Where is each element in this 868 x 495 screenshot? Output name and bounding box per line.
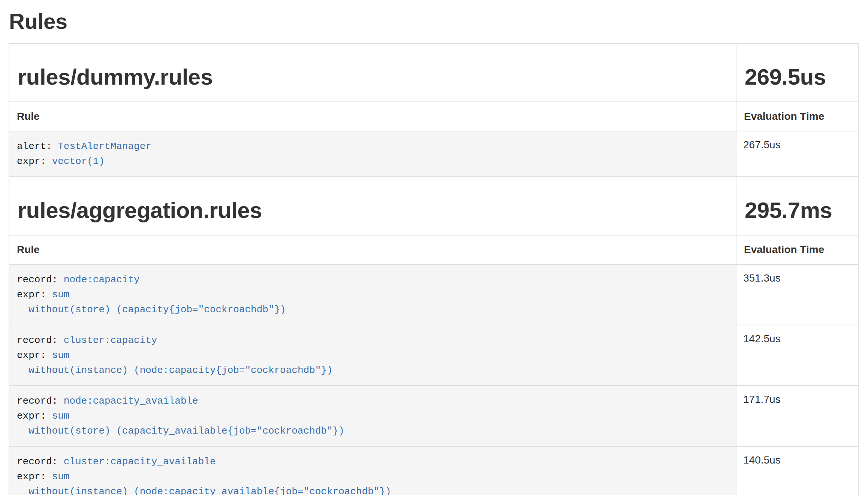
column-header-row: Rule Evaluation Time <box>9 235 858 264</box>
rule-group-evaluation-time: 269.5us <box>745 65 850 89</box>
rule-definition: record: node:capacity expr: sum without(… <box>17 272 728 317</box>
rule-name-link[interactable]: cluster:capacity_available <box>64 456 216 467</box>
rule-definition: alert: TestAlertManager expr: vector(1) <box>17 139 728 169</box>
rules-page: Rules rules/dummy.rules 269.5us Rule Eva… <box>0 9 868 495</box>
rule-evaluation-time: 140.5us <box>736 446 858 495</box>
rule-group-name-cell: rules/dummy.rules <box>9 43 736 102</box>
rule-type-label: record: <box>17 274 64 285</box>
rule-definition: record: cluster:capacity expr: sum witho… <box>17 333 728 378</box>
column-header-row: Rule Evaluation Time <box>9 102 858 131</box>
rule-evaluation-time: 171.7us <box>736 386 858 446</box>
page-title: Rules <box>9 9 858 34</box>
rule-type-label: alert: <box>17 141 58 152</box>
rule-expr-link[interactable]: sum without(store) (capacity{job="cockro… <box>17 289 286 315</box>
rule-name-link[interactable]: TestAlertManager <box>58 141 151 152</box>
rule-definition-cell: record: node:capacity_available expr: su… <box>9 386 736 446</box>
rule-name-link[interactable]: node:capacity <box>64 274 140 285</box>
rule-evaluation-time: 351.3us <box>736 264 858 325</box>
rule-row: record: cluster:capacity_available expr:… <box>9 446 858 495</box>
rule-row: record: cluster:capacity expr: sum witho… <box>9 325 858 386</box>
rule-evaluation-time: 267.5us <box>736 131 858 177</box>
rule-row: record: node:capacity_available expr: su… <box>9 386 858 446</box>
rule-type-label: record: <box>17 335 64 346</box>
rule-name-link[interactable]: cluster:capacity <box>64 335 157 346</box>
rule-group-header-row: rules/dummy.rules 269.5us <box>9 43 858 102</box>
rule-name-link[interactable]: node:capacity_available <box>64 395 198 407</box>
rule-definition-cell: record: cluster:capacity_available expr:… <box>9 446 736 495</box>
rule-group-name: rules/dummy.rules <box>18 65 727 89</box>
rule-group-header-row: rules/aggregation.rules 295.7ms <box>9 177 858 235</box>
rule-group-name: rules/aggregation.rules <box>18 198 727 223</box>
rule-expr-link[interactable]: sum without(instance) (node:capacity_ava… <box>17 471 391 495</box>
rule-expr-link[interactable]: sum without(store) (capacity_available{j… <box>17 410 344 437</box>
rule-expr-link[interactable]: sum without(instance) (node:capacity{job… <box>17 350 333 376</box>
rule-definition-cell: record: cluster:capacity expr: sum witho… <box>9 325 736 386</box>
rule-column-header: Rule <box>9 235 736 264</box>
rule-definition-cell: alert: TestAlertManager expr: vector(1) <box>9 131 736 177</box>
expr-label: expr: <box>17 350 52 361</box>
rule-expr-link[interactable]: vector(1) <box>52 156 105 167</box>
rule-definition: record: node:capacity_available expr: su… <box>17 394 728 438</box>
rule-definition-cell: record: node:capacity expr: sum without(… <box>9 264 736 325</box>
expr-label: expr: <box>17 156 52 167</box>
expr-label: expr: <box>17 410 52 422</box>
evaluation-time-column-header: Evaluation Time <box>736 102 858 131</box>
rule-row: record: node:capacity expr: sum without(… <box>9 264 858 325</box>
rule-group-name-cell: rules/aggregation.rules <box>9 177 736 235</box>
rule-group-evaluation-time: 295.7ms <box>745 198 850 223</box>
rule-type-label: record: <box>17 395 64 407</box>
rule-group-time-cell: 269.5us <box>736 43 858 102</box>
expr-label: expr: <box>17 471 52 482</box>
rule-evaluation-time: 142.5us <box>736 325 858 386</box>
rule-type-label: record: <box>17 456 64 467</box>
rules-table: rules/dummy.rules 269.5us Rule Evaluatio… <box>9 43 859 495</box>
rule-group-time-cell: 295.7ms <box>736 177 858 235</box>
evaluation-time-column-header: Evaluation Time <box>736 235 858 264</box>
rule-definition: record: cluster:capacity_available expr:… <box>17 454 728 495</box>
rule-row: alert: TestAlertManager expr: vector(1) … <box>9 131 858 177</box>
rule-column-header: Rule <box>9 102 736 131</box>
expr-label: expr: <box>17 289 52 300</box>
